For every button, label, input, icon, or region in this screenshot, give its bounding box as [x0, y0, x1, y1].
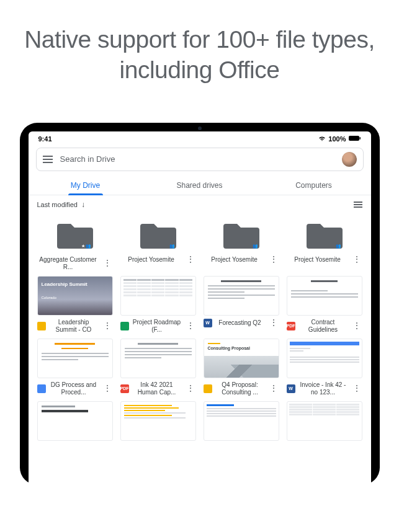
more-icon[interactable]: ⋮: [102, 387, 113, 391]
file-thumbnail: [287, 276, 362, 316]
folder-item[interactable]: 👥 Project Yosemite⋮: [204, 216, 279, 271]
folder-item[interactable]: 👥 Project Yosemite⋮: [120, 216, 196, 271]
status-bar: 9:41 100%: [29, 131, 371, 144]
file-thumbnail: [37, 339, 113, 378]
file-name: Invoice - Ink 42 - no 123...: [298, 381, 349, 396]
more-icon[interactable]: ⋮: [268, 387, 279, 391]
pdf-icon: PDF: [120, 384, 129, 393]
folder-name: Project Yosemite: [204, 256, 266, 264]
word-icon: W: [204, 319, 212, 327]
svg-rect-1: [359, 137, 361, 140]
more-icon[interactable]: ⋮: [102, 262, 113, 265]
word-icon: W: [287, 384, 295, 393]
file-name: Ink 42 2021 Human Cap...: [132, 381, 182, 396]
file-thumbnail: Leadership SummitColorado: [37, 276, 113, 316]
folder-badges: 👥: [169, 244, 175, 249]
file-item[interactable]: PDFInk 42 2021 Human Cap...⋮: [120, 339, 196, 396]
file-thumbnail: [204, 276, 279, 316]
sort-label: Last modified: [37, 201, 78, 208]
file-item[interactable]: PDFContract Guidelines⋮: [287, 276, 362, 334]
file-thumbnail: [37, 401, 113, 441]
sheets-icon: [120, 322, 129, 330]
tablet-screen: 9:41 100% Search in Drive My Drive Share…: [29, 131, 371, 485]
file-item[interactable]: Project Roadmap (F...⋮: [120, 276, 196, 334]
menu-icon[interactable]: [43, 156, 53, 163]
battery-icon: [349, 135, 361, 143]
marketing-headline: Native support for 100+ file types, incl…: [0, 0, 399, 123]
more-icon[interactable]: ⋮: [351, 387, 362, 391]
file-thumbnail: [287, 339, 362, 378]
folder-badges: 👥: [253, 244, 258, 249]
file-item[interactable]: [37, 401, 113, 441]
pdf-icon: PDF: [287, 322, 295, 330]
tab-my-drive[interactable]: My Drive: [29, 175, 143, 195]
search-bar[interactable]: Search in Drive: [36, 148, 364, 171]
file-name: DG Process and Proced...: [48, 381, 99, 396]
avatar[interactable]: [342, 152, 357, 167]
file-item[interactable]: Leadership SummitColorado Leadership Sum…: [37, 276, 113, 334]
folder-item[interactable]: 👥 Project Yosemite⋮: [287, 216, 362, 271]
tab-computers[interactable]: Computers: [257, 175, 371, 195]
sort-button[interactable]: Last modified ↓: [37, 200, 85, 209]
file-name: Project Roadmap (F...: [132, 319, 182, 334]
more-icon[interactable]: ⋮: [185, 258, 196, 262]
folder-name: Project Yosemite: [287, 256, 349, 264]
docs-icon: [37, 384, 46, 393]
file-item[interactable]: DG Process and Proced...⋮: [37, 339, 113, 396]
folder-item[interactable]: ★ 👥 Aggregate Customer R...⋮: [37, 216, 113, 271]
tab-shared-drives[interactable]: Shared drives: [143, 175, 257, 195]
file-item[interactable]: [287, 401, 362, 441]
file-name: Leadership Summit - CO: [48, 319, 99, 334]
more-icon[interactable]: ⋮: [268, 258, 279, 262]
slides-icon: [204, 384, 212, 393]
slides-icon: [37, 322, 46, 330]
more-icon[interactable]: ⋮: [185, 387, 196, 391]
list-view-toggle[interactable]: [354, 202, 362, 208]
more-icon[interactable]: ⋮: [185, 324, 196, 328]
folder-name: Project Yosemite: [120, 256, 182, 264]
file-thumbnail: [204, 401, 279, 441]
file-thumbnail: [120, 339, 196, 378]
arrow-down-icon: ↓: [81, 200, 85, 209]
file-item[interactable]: WInvoice - Ink 42 - no 123...⋮: [287, 339, 362, 396]
tablet-frame: 9:41 100% Search in Drive My Drive Share…: [20, 123, 380, 485]
file-thumbnail: [120, 276, 196, 316]
svg-rect-0: [349, 136, 359, 141]
search-input[interactable]: Search in Drive: [60, 154, 334, 164]
battery-text: 100%: [328, 135, 346, 143]
status-time: 9:41: [38, 135, 52, 143]
file-thumbnail: [120, 401, 196, 441]
file-item[interactable]: WForecasting Q2⋮: [204, 276, 279, 334]
folder-badges: ★ 👥: [81, 244, 92, 249]
more-icon[interactable]: ⋮: [351, 258, 362, 262]
folder-name: Aggregate Customer R...: [37, 256, 99, 271]
file-item[interactable]: [204, 401, 279, 441]
file-thumbnail: [287, 401, 362, 441]
file-name: Q4 Proposal: Consulting ...: [215, 381, 266, 396]
more-icon[interactable]: ⋮: [351, 324, 362, 328]
more-icon[interactable]: ⋮: [102, 324, 113, 328]
file-thumbnail: Consulting Proposal: [204, 339, 279, 378]
wifi-icon: [318, 135, 326, 143]
more-icon[interactable]: ⋮: [268, 321, 279, 325]
file-name: Forecasting Q2: [215, 319, 266, 327]
file-item[interactable]: [120, 401, 196, 441]
file-name: Contract Guidelines: [298, 319, 349, 334]
tabs: My Drive Shared drives Computers: [29, 175, 371, 195]
file-item[interactable]: Consulting Proposal Q4 Proposal: Consult…: [204, 339, 279, 396]
folder-badges: 👥: [336, 244, 341, 249]
